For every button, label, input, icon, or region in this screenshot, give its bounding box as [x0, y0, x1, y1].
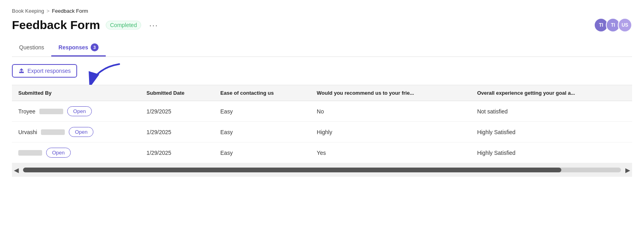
scroll-right-arrow[interactable]: ▶	[623, 166, 632, 174]
cell-experience: Highly Satisfied	[471, 142, 632, 163]
cell-date: 1/29/2025	[140, 142, 214, 163]
breadcrumb-separator: >	[47, 8, 50, 14]
table-header-row: Submitted By Submitted Date Ease of cont…	[12, 85, 632, 101]
tab-responses-label: Responses	[58, 44, 88, 51]
cell-ease: Easy	[214, 101, 310, 122]
table-row: UrvashiOpen1/29/2025EasyHighlyHighly Sat…	[12, 122, 632, 142]
cell-date: 1/29/2025	[140, 122, 214, 142]
name-placeholder	[18, 150, 42, 156]
cell-recommend: No	[310, 101, 471, 122]
table-row: Open1/29/2025EasyYesHighly Satisfied	[12, 142, 632, 163]
open-button[interactable]: Open	[67, 106, 92, 116]
export-icon	[18, 68, 25, 74]
page-header: Feedback Form Completed ··· TI TI US	[12, 18, 632, 32]
horizontal-scrollbar[interactable]: ◀ ▶	[12, 163, 632, 177]
tab-questions[interactable]: Questions	[12, 39, 51, 57]
responses-table: Submitted By Submitted Date Ease of cont…	[12, 85, 632, 163]
cell-date: 1/29/2025	[140, 101, 214, 122]
svg-rect-2	[19, 72, 24, 73]
cell-submitted-by: UrvashiOpen	[12, 122, 140, 142]
col-ease: Ease of contacting us	[214, 85, 310, 101]
tab-bar: Questions Responses 3	[12, 39, 632, 57]
header-left: Feedback Form Completed ···	[12, 18, 161, 32]
export-button-label: Export responses	[27, 68, 71, 74]
col-recommend: Would you recommend us to your frie...	[310, 85, 471, 101]
export-section: Export responses	[12, 64, 77, 85]
more-options-button[interactable]: ···	[147, 20, 161, 31]
cell-recommend: Highly	[310, 122, 471, 142]
tab-questions-label: Questions	[19, 44, 44, 51]
avatar-group: TI TI US	[594, 18, 632, 32]
tab-responses[interactable]: Responses 3	[51, 39, 106, 57]
cell-ease: Easy	[214, 122, 310, 142]
scroll-track[interactable]	[23, 168, 621, 172]
scroll-left-arrow[interactable]: ◀	[12, 166, 21, 174]
page-title: Feedback Form	[12, 18, 100, 32]
col-experience: Overall experience getting your goal a..…	[471, 85, 632, 101]
submitter-name: Troyee	[18, 108, 35, 115]
open-button[interactable]: Open	[69, 127, 93, 137]
scroll-thumb[interactable]	[23, 168, 561, 172]
responses-table-container: Submitted By Submitted Date Ease of cont…	[12, 85, 632, 177]
col-submitted-date: Submitted Date	[140, 85, 214, 101]
submitter-name: Urvashi	[18, 129, 37, 135]
cell-recommend: Yes	[310, 142, 471, 163]
breadcrumb-current: Feedback Form	[52, 8, 88, 14]
table-row: TroyeeOpen1/29/2025EasyNoNot satisfied	[12, 101, 632, 122]
export-responses-button[interactable]: Export responses	[12, 64, 77, 78]
breadcrumb-parent[interactable]: Book Keeping	[12, 8, 44, 14]
cell-experience: Highly Satisfied	[471, 122, 632, 142]
cell-ease: Easy	[214, 142, 310, 163]
cell-submitted-by: Open	[12, 142, 140, 163]
avatar: US	[618, 18, 632, 32]
name-placeholder	[41, 129, 65, 135]
col-submitted-by: Submitted By	[12, 85, 140, 101]
cell-submitted-by: TroyeeOpen	[12, 101, 140, 122]
open-button[interactable]: Open	[46, 148, 71, 158]
cell-experience: Not satisfied	[471, 101, 632, 122]
breadcrumb: Book Keeping > Feedback Form	[12, 8, 632, 14]
name-placeholder	[39, 109, 63, 114]
status-badge: Completed	[106, 21, 142, 29]
tab-responses-badge: 3	[91, 43, 99, 51]
svg-rect-0	[19, 72, 24, 72]
